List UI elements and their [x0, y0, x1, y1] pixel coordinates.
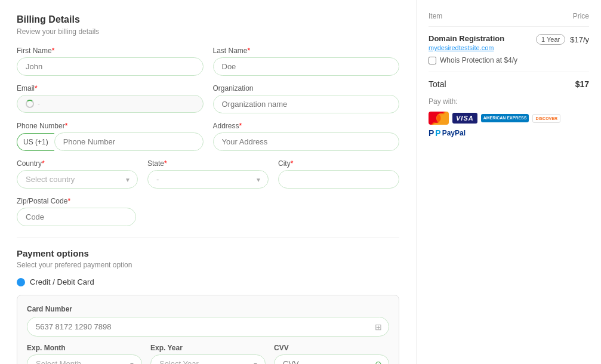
card-number-input[interactable]: [27, 317, 389, 337]
phone-input[interactable]: [54, 132, 204, 151]
whois-row: Whois Protection at $4/y: [429, 56, 589, 64]
address-group: Address*: [213, 122, 400, 151]
country-select-wrap: Select country ▼: [17, 170, 138, 189]
zip-row: Zip/Postal Code*: [17, 197, 399, 226]
zip-group: Zip/Postal Code*: [17, 197, 136, 226]
domain-link[interactable]: mydesiredtestsite.com: [429, 44, 504, 51]
exp-month-select[interactable]: Select Month 01020304 05060708 09101112: [27, 354, 142, 364]
state-select-wrap: - ▼: [147, 170, 269, 189]
cvv-label: CVV: [274, 344, 389, 352]
col-price-label: Price: [573, 12, 589, 20]
zip-label: Zip/Postal Code*: [17, 197, 136, 205]
country-label: Country*: [17, 159, 138, 168]
exp-month-field: Exp. Month Select Month 01020304 0506070…: [27, 344, 142, 364]
whois-checkbox[interactable]: [429, 57, 436, 64]
phone-group: Phone Number* US (+1): [17, 122, 204, 151]
first-name-group: First Name*: [17, 47, 204, 76]
card-number-label: Card Number: [27, 305, 389, 313]
card-icon: ⊞: [375, 322, 382, 332]
card-number-wrap: ⊞: [27, 317, 389, 337]
whois-label: Whois Protection at $4/y: [440, 56, 517, 64]
order-item: Domain Registration mydesiredtestsite.co…: [429, 34, 589, 64]
order-item-row: Domain Registration mydesiredtestsite.co…: [429, 34, 589, 51]
total-price: $17: [575, 79, 589, 89]
visa-icon: VISA: [452, 113, 477, 124]
organization-input[interactable]: [213, 95, 400, 113]
cvv-field: CVV ⊙: [274, 344, 389, 364]
payment-subtitle: Select your prefered payment option: [17, 261, 399, 269]
country-group: Country* Select country ▼: [17, 159, 138, 189]
order-header: Item Price: [429, 12, 589, 27]
exp-year-label: Exp. Year: [150, 344, 266, 352]
domain-name: Domain Registration: [429, 34, 504, 43]
first-name-label: First Name*: [17, 47, 204, 55]
exp-year-select[interactable]: Select Year 2024202520262027 20282029203…: [150, 354, 266, 364]
mastercard-icon: [429, 112, 449, 125]
pay-with-label: Pay with:: [429, 97, 589, 106]
email-input-loading[interactable]: -: [17, 95, 204, 113]
organization-group: Organization: [213, 84, 400, 113]
billing-title: Billing Details: [17, 14, 399, 25]
state-label: State*: [147, 159, 269, 168]
discover-icon: DISCOVER: [532, 114, 560, 123]
phone-label: Phone Number*: [17, 122, 204, 130]
paypal-icon: P P PayPal: [429, 128, 466, 138]
cvv-info-icon: ⊙: [375, 359, 382, 365]
city-input[interactable]: [278, 170, 399, 189]
email-org-row: Email* - Organization: [17, 84, 399, 113]
last-name-group: Last Name*: [213, 47, 400, 76]
city-label: City*: [278, 159, 399, 168]
total-row: Total $17: [429, 72, 589, 89]
exp-year-select-wrap: Select Year 2024202520262027 20282029203…: [150, 354, 266, 364]
billing-subtitle: Review your billing details: [17, 27, 399, 36]
section-divider: [17, 237, 399, 237]
domain-badge: 1 Year: [536, 34, 565, 45]
first-name-input[interactable]: [17, 57, 204, 76]
exp-year-field: Exp. Year Select Year 2024202520262027 2…: [150, 344, 266, 364]
last-name-input[interactable]: [213, 57, 400, 76]
payment-option-label: Credit / Debit Card: [30, 277, 94, 286]
billing-section: Billing Details Review your billing deta…: [17, 14, 399, 226]
amex-icon: AMERICAN EXPRESS: [481, 114, 529, 122]
payment-option-row[interactable]: Credit / Debit Card: [17, 277, 399, 286]
phone-row: US (+1): [17, 132, 204, 151]
radio-selected-icon: [17, 278, 25, 286]
name-row: First Name* Last Name*: [17, 47, 399, 76]
phone-prefix: US (+1): [17, 133, 54, 151]
card-fields-row: Exp. Month Select Month 01020304 0506070…: [27, 344, 389, 364]
order-item-right: 1 Year $17/y: [536, 34, 589, 45]
country-select[interactable]: Select country: [17, 170, 138, 189]
phone-address-row: Phone Number* US (+1) Address*: [17, 122, 399, 151]
cvv-input[interactable]: [274, 354, 389, 364]
cvv-wrap: ⊙: [274, 354, 389, 364]
last-name-label: Last Name*: [213, 47, 400, 55]
order-item-left: Domain Registration mydesiredtestsite.co…: [429, 34, 504, 51]
country-state-city-row: Country* Select country ▼ State*: [17, 159, 399, 189]
total-label: Total: [429, 79, 446, 89]
col-item-label: Item: [429, 12, 442, 20]
left-panel: Billing Details Review your billing deta…: [0, 0, 416, 364]
right-panel: Item Price Domain Registration mydesired…: [416, 0, 601, 364]
state-group: State* - ▼: [147, 159, 269, 189]
state-select[interactable]: -: [147, 170, 269, 189]
payment-icons: VISA AMERICAN EXPRESS DISCOVER P P PayPa…: [429, 112, 589, 138]
paypal-label: PayPal: [442, 129, 466, 137]
payment-title: Payment options: [17, 248, 399, 258]
address-input[interactable]: [213, 132, 400, 151]
email-spinner: [26, 100, 34, 108]
email-group: Email* -: [17, 84, 204, 113]
organization-label: Organization: [213, 84, 400, 92]
domain-price: $17/y: [570, 35, 589, 44]
payment-section: Payment options Select your prefered pay…: [17, 248, 399, 364]
city-group: City*: [278, 159, 399, 189]
email-label: Email*: [17, 84, 204, 92]
card-box: Card Number ⊞ Exp. Month Select Month 01…: [17, 295, 399, 364]
zip-input[interactable]: [17, 208, 136, 226]
exp-month-label: Exp. Month: [27, 344, 142, 352]
address-label: Address*: [213, 122, 400, 130]
exp-month-select-wrap: Select Month 01020304 05060708 09101112 …: [27, 354, 142, 364]
